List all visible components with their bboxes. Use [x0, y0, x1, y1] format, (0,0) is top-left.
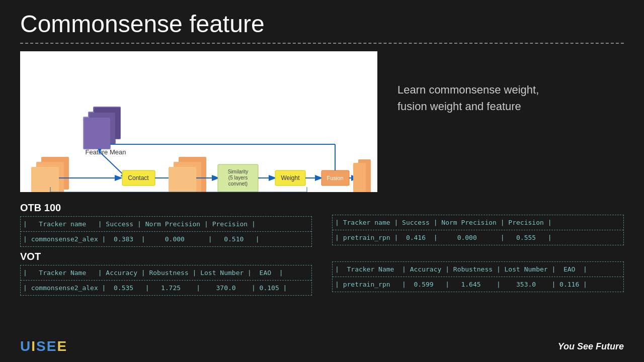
right-otb-header-row: | Tracker name | Success | Norm Precisio… [333, 215, 623, 230]
right-vot-data-row: | pretrain_rpn | 0.599 | 1.645 | 353.0 |… [333, 277, 623, 292]
vot-data-row: | commonsense2_alex | 0.535 | 1.725 | 37… [21, 281, 311, 295]
svg-text:Weight: Weight [281, 174, 300, 182]
otb-table: | Tracker name | Success | Norm Precisio… [20, 216, 312, 247]
architecture-diagram: Feature Mean Feature Feature Contact [20, 51, 377, 192]
tables-section: OTB 100 | Tracker name | Success | Norm … [0, 200, 644, 302]
svg-text:convnet): convnet) [228, 181, 248, 187]
svg-rect-17 [169, 167, 196, 192]
right-tables: | Tracker name | Success | Norm Precisio… [332, 202, 624, 300]
tagline: You See Future [558, 341, 624, 352]
vot-header-row: | Tracker Name | Accuracy | Robustness |… [21, 265, 311, 281]
otb-data-row: | commonsense2_alex | 0.383 | 0.000 | 0.… [21, 232, 311, 246]
right-otb-data-row: | pretrain_rpn | 0.416 | 0.000 | 0.555 | [333, 230, 623, 245]
logo-s: S [36, 338, 47, 354]
logo: UISEE [20, 338, 67, 354]
otb-header-row: | Tracker name | Success | Norm Precisio… [21, 217, 311, 232]
vot-label: VOT [20, 251, 312, 262]
main-content: Feature Mean Feature Feature Contact [0, 44, 644, 200]
svg-text:Fusion: Fusion [327, 175, 343, 181]
logo-i: I [31, 338, 36, 354]
otb-label: OTB 100 [20, 202, 312, 214]
footer: UISEE You See Future [20, 338, 624, 354]
right-vot-table: | Tracker Name | Accuracy | Robustness |… [332, 261, 624, 292]
svg-text:(5 layers: (5 layers [228, 175, 248, 180]
description-text: Learn commonsense weight, fusion weight … [397, 51, 624, 192]
left-tables: OTB 100 | Tracker name | Success | Norm … [20, 202, 312, 300]
vot-table: | Tracker Name | Accuracy | Robustness |… [20, 265, 312, 296]
logo-u: U [20, 338, 31, 354]
svg-rect-31 [353, 163, 366, 192]
page-title: Commonsense feature [0, 0, 644, 43]
svg-rect-9 [31, 167, 59, 192]
svg-text:Similarity: Similarity [228, 169, 249, 174]
svg-rect-45 [84, 118, 110, 149]
diagram-container: Feature Mean Feature Feature Contact [20, 51, 377, 192]
logo-e2: E [57, 338, 67, 354]
logo-e: E [47, 338, 57, 354]
svg-text:Contact: Contact [128, 174, 149, 182]
right-vot-header-row: | Tracker Name | Accuracy | Robustness |… [333, 262, 623, 277]
svg-text:Feature Mean: Feature Mean [86, 148, 126, 156]
right-otb-table: | Tracker name | Success | Norm Precisio… [332, 215, 624, 245]
